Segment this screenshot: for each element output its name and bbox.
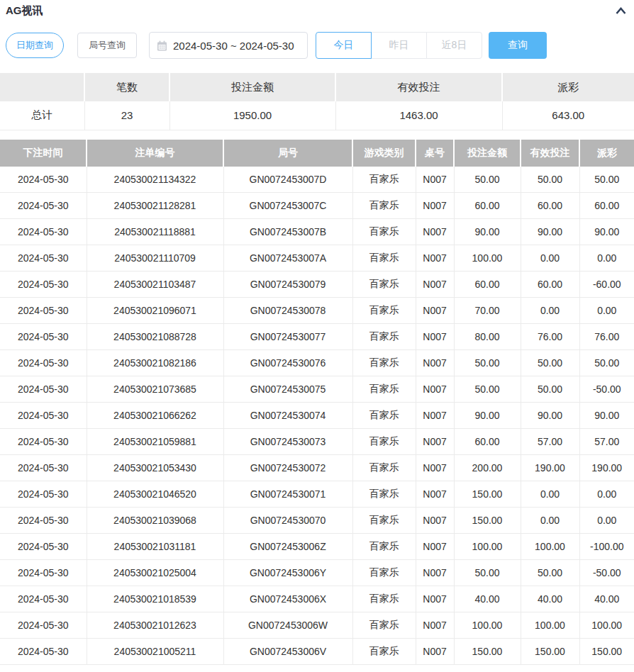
cell-game-type: 百家乐 [352,350,416,376]
cell-table-no: N007 [416,639,454,665]
cell-valid-bet: 40.00 [521,586,579,612]
cell-bet-time: 2024-05-30 [0,639,87,665]
cell-table-no: N007 [416,350,454,376]
cell-valid-bet: 100.00 [521,612,579,639]
search-button[interactable]: 查询 [489,32,547,59]
cell-round-no: GN0072453006X [223,586,352,612]
cell-game-type: 百家乐 [352,403,416,429]
summary-total-row: 总计231950.001463.00643.00 [0,101,634,130]
quick-range-group: 今日昨日近8日 [316,32,482,59]
table-row: 2024-05-30240530021031181GN0072453006Z百家… [0,534,634,560]
table-row: 2024-05-30240530021039068GN00724530070百家… [0,508,634,534]
cell-bet-amount: 200.00 [454,455,521,481]
table-row: 2024-05-30240530021088728GN00724530077百家… [0,324,634,350]
cell-payout: 57.00 [579,429,634,455]
table-row: 2024-05-30240530021066262GN00724530074百家… [0,403,634,429]
quick-range-yesterday[interactable]: 昨日 [371,32,427,59]
cell-round-no: GN00724530074 [223,403,352,429]
cell-bet-amount: 150.00 [454,508,521,534]
cell-round-no: GN00724530078 [223,298,352,324]
cell-table-no: N007 [416,612,454,639]
cell-bet-time: 2024-05-30 [0,534,87,560]
ag-video-panel: AG视讯 日期查询 局号查询 [0,0,634,665]
cell-game-type: 百家乐 [352,560,416,586]
cell-bet-amount: 50.00 [454,350,521,376]
cell-order-no: 240530021082186 [87,350,223,376]
cell-order-no: 240530021031181 [87,534,223,560]
cell-bet-time: 2024-05-30 [0,376,87,403]
cell-payout: 60.00 [579,193,634,219]
cell-payout: 0.00 [579,508,634,534]
cell-order-no: 240530021018539 [87,586,223,612]
cell-game-type: 百家乐 [352,219,416,245]
cell-round-no: GN00724530079 [223,271,352,298]
cell-game-type: 百家乐 [352,455,416,481]
detail-table: 下注时间注单编号局号游戏类别桌号投注金额有效投注派彩 2024-05-30240… [0,140,634,666]
cell-order-no: 240530021128281 [87,193,223,219]
cell-round-no: GN00724530070 [223,508,352,534]
round-query-tab[interactable]: 局号查询 [77,33,137,58]
cell-payout: 190.00 [579,455,634,481]
cell-valid-bet: 190.00 [521,455,579,481]
cell-valid-bet: 50.00 [521,376,579,403]
cell-bet-amount: 150.00 [454,639,521,665]
cell-payout: 50.00 [579,167,634,193]
cell-valid-bet: 60.00 [521,193,579,219]
summary-table: 笔数投注金额有效投注派彩 总计231950.001463.00643.00 [0,73,634,130]
cell-payout: 0.00 [579,245,634,271]
cell-payout: 150.00 [579,639,634,665]
cell-order-no: 240530021039068 [87,508,223,534]
cell-bet-amount: 60.00 [454,429,521,455]
table-row: 2024-05-30240530021128281GN0072453007C百家… [0,193,634,219]
cell-valid-bet: 0.00 [521,508,579,534]
cell-table-no: N007 [416,324,454,350]
table-row: 2024-05-30240530021073685GN00724530075百家… [0,376,634,403]
cell-payout: 90.00 [579,403,634,429]
quick-range-today[interactable]: 今日 [316,32,372,59]
detail-column-header: 注单编号 [87,140,223,167]
cell-game-type: 百家乐 [352,639,416,665]
cell-bet-amount: 80.00 [454,324,521,350]
cell-payout: 0.00 [579,481,634,508]
summary-column-header [0,73,84,101]
cell-bet-time: 2024-05-30 [0,350,87,376]
detail-header-row: 下注时间注单编号局号游戏类别桌号投注金额有效投注派彩 [0,140,634,167]
cell-valid-bet: 90.00 [521,403,579,429]
detail-column-header: 下注时间 [0,140,87,167]
cell-order-no: 240530021005211 [87,639,223,665]
summary-column-header: 投注金额 [169,73,335,101]
table-row: 2024-05-30240530021118881GN0072453007B百家… [0,219,634,245]
cell-game-type: 百家乐 [352,167,416,193]
cell-bet-time: 2024-05-30 [0,219,87,245]
collapse-panel-button[interactable] [615,6,627,16]
cell-table-no: N007 [416,429,454,455]
summary-total-cell: 1463.00 [335,101,502,130]
cell-order-no: 240530021096071 [87,298,223,324]
cell-payout: 0.00 [579,298,634,324]
cell-payout: 90.00 [579,219,634,245]
cell-order-no: 240530021046520 [87,481,223,508]
summary-column-header: 笔数 [84,73,169,101]
calendar-icon [157,40,167,51]
cell-order-no: 240530021110709 [87,245,223,271]
cell-round-no: GN0072453006Y [223,560,352,586]
table-row: 2024-05-30240530021096071GN00724530078百家… [0,298,634,324]
summary-header-row: 笔数投注金额有效投注派彩 [0,73,634,101]
cell-table-no: N007 [416,455,454,481]
cell-bet-time: 2024-05-30 [0,167,87,193]
cell-game-type: 百家乐 [352,534,416,560]
cell-payout: 76.00 [579,324,634,350]
cell-valid-bet: 100.00 [521,534,579,560]
date-range-input[interactable]: 2024-05-30 ~ 2024-05-30 [149,32,308,59]
cell-bet-amount: 50.00 [454,376,521,403]
cell-game-type: 百家乐 [352,376,416,403]
quick-range-last-8-days[interactable]: 近8日 [426,32,482,59]
cell-payout: -60.00 [579,271,634,298]
cell-round-no: GN0072453006Z [223,534,352,560]
cell-bet-amount: 90.00 [454,219,521,245]
summary-total-cell: 643.00 [502,101,634,130]
cell-bet-time: 2024-05-30 [0,586,87,612]
cell-round-no: GN0072453007D [223,167,352,193]
cell-valid-bet: 57.00 [521,429,579,455]
date-query-tab[interactable]: 日期查询 [6,33,64,58]
